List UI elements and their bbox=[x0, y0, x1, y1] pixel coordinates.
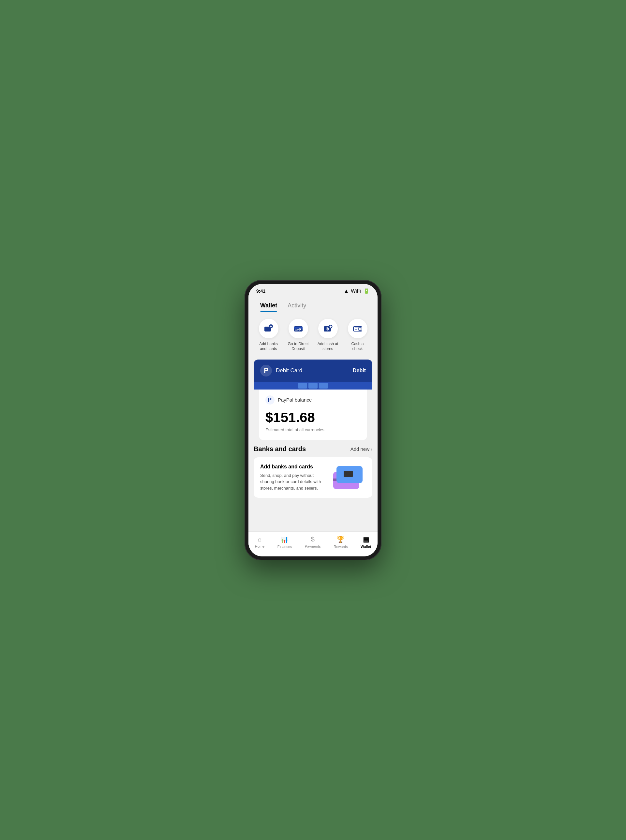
main-content: Add banks and cards Go to Direct Deposi bbox=[249, 312, 377, 531]
svg-text:P: P bbox=[264, 366, 269, 374]
peek-dot-1 bbox=[298, 383, 307, 388]
action-cash-check[interactable]: Cash a check bbox=[346, 319, 369, 352]
add-cash-icon bbox=[323, 324, 333, 333]
paypal-logo-blue: P bbox=[265, 396, 274, 405]
paypal-logo-white: P bbox=[260, 365, 272, 377]
tab-bar: Wallet Activity bbox=[249, 298, 377, 312]
phone-frame: 9:41 ▲ WiFi 🔋 Wallet Activity bbox=[244, 280, 382, 560]
cash-check-icon-circle bbox=[348, 319, 368, 338]
action-add-cash[interactable]: Add cash at stores bbox=[316, 319, 340, 352]
nav-payments-label: Payments bbox=[305, 544, 321, 548]
svg-rect-7 bbox=[294, 327, 302, 328]
tab-activity[interactable]: Activity bbox=[282, 298, 311, 312]
status-time: 9:41 bbox=[256, 288, 265, 294]
banks-card[interactable]: Add banks and cards Send, shop, and pay … bbox=[254, 457, 372, 498]
add-banks-icon bbox=[264, 324, 274, 333]
bottom-nav: ⌂ Home 📊 Finances $ Payments 🏆 Rewards ▤… bbox=[249, 531, 377, 557]
wifi-icon: WiFi bbox=[351, 288, 361, 294]
svg-text:P: P bbox=[268, 397, 272, 403]
phone-screen: 9:41 ▲ WiFi 🔋 Wallet Activity bbox=[249, 284, 377, 557]
debit-card-section: P Debit Card Debit bbox=[254, 360, 372, 440]
add-new-label: Add new bbox=[351, 446, 369, 452]
cards-illustration bbox=[333, 466, 366, 489]
add-banks-label: Add banks and cards bbox=[257, 342, 280, 352]
wallet-icon: ▤ bbox=[363, 535, 369, 543]
nav-finances-label: Finances bbox=[277, 545, 292, 549]
peek-dot-3 bbox=[319, 383, 328, 388]
battery-icon: 🔋 bbox=[363, 288, 370, 294]
nav-finances[interactable]: 📊 Finances bbox=[275, 534, 295, 550]
chevron-right-icon: › bbox=[371, 446, 372, 452]
banks-title: Banks and cards bbox=[254, 445, 306, 453]
peek-dot-2 bbox=[308, 383, 318, 388]
balance-section: P PayPal balance $151.68 Estimated total… bbox=[259, 389, 367, 440]
balance-subtitle: Estimated total of all currencies bbox=[265, 427, 361, 432]
svg-rect-20 bbox=[358, 327, 361, 330]
nav-rewards[interactable]: 🏆 Rewards bbox=[331, 534, 350, 550]
banks-section: Banks and cards Add new › Add banks and … bbox=[249, 445, 377, 503]
cash-check-label: Cash a check bbox=[346, 342, 369, 352]
balance-amount: $151.68 bbox=[265, 410, 361, 425]
debit-card[interactable]: P Debit Card Debit bbox=[254, 360, 372, 382]
debit-badge: Debit bbox=[353, 368, 366, 374]
cash-check-icon bbox=[353, 324, 363, 333]
status-icons: ▲ WiFi 🔋 bbox=[344, 288, 370, 294]
banks-header: Banks and cards Add new › bbox=[254, 445, 372, 453]
rewards-icon: 🏆 bbox=[336, 535, 344, 543]
nav-home-label: Home bbox=[255, 544, 264, 548]
nav-wallet[interactable]: ▤ Wallet bbox=[358, 534, 374, 550]
add-cash-label: Add cash at stores bbox=[316, 342, 340, 352]
nav-wallet-label: Wallet bbox=[361, 545, 371, 549]
add-new-button[interactable]: Add new › bbox=[351, 446, 372, 452]
banks-card-text: Add banks and cards Send, shop, and pay … bbox=[260, 464, 326, 491]
add-cash-icon-circle bbox=[318, 319, 338, 338]
balance-label: PayPal balance bbox=[278, 397, 312, 402]
quick-actions: Add banks and cards Go to Direct Deposi bbox=[249, 312, 377, 360]
svg-rect-8 bbox=[295, 330, 298, 330]
payments-icon: $ bbox=[311, 535, 315, 543]
nav-payments[interactable]: $ Payments bbox=[302, 534, 324, 549]
paypal-balance-header: P PayPal balance bbox=[265, 396, 361, 405]
nav-home[interactable]: ⌂ Home bbox=[252, 534, 267, 549]
card-bottom-peek bbox=[254, 382, 372, 389]
status-bar: 9:41 ▲ WiFi 🔋 bbox=[249, 284, 377, 298]
add-banks-icon-circle bbox=[259, 319, 279, 338]
action-add-banks[interactable]: Add banks and cards bbox=[257, 319, 280, 352]
direct-deposit-label: Go to Direct Deposit bbox=[286, 342, 310, 352]
debit-card-left: P Debit Card bbox=[260, 365, 302, 377]
direct-deposit-icon bbox=[293, 324, 303, 333]
finances-icon: 📊 bbox=[280, 535, 288, 543]
card-chip bbox=[344, 471, 353, 477]
home-icon: ⌂ bbox=[258, 535, 261, 543]
action-direct-deposit[interactable]: Go to Direct Deposit bbox=[286, 319, 310, 352]
tab-wallet[interactable]: Wallet bbox=[255, 298, 282, 312]
nav-rewards-label: Rewards bbox=[333, 545, 347, 549]
card-illus-blue bbox=[336, 466, 363, 483]
debit-card-name: Debit Card bbox=[276, 368, 302, 374]
banks-card-desc: Send, shop, and pay without sharing bank… bbox=[260, 472, 326, 491]
direct-deposit-icon-circle bbox=[288, 319, 308, 338]
signal-icon: ▲ bbox=[344, 288, 349, 294]
banks-card-title: Add banks and cards bbox=[260, 464, 326, 470]
card-peek-dots bbox=[298, 383, 328, 388]
